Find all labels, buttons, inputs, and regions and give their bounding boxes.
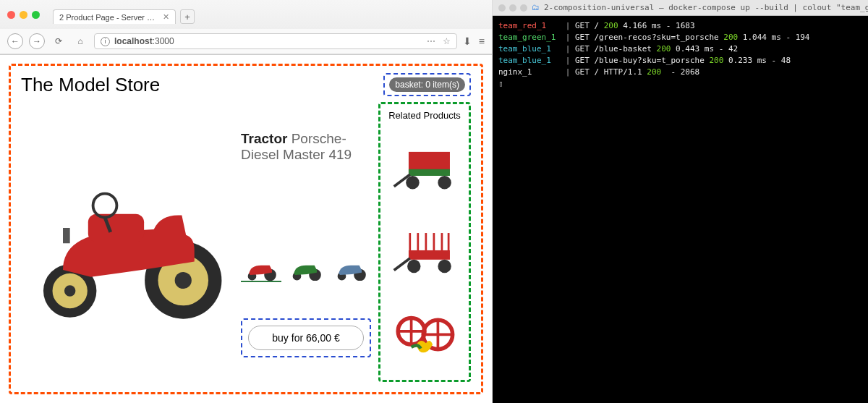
new-tab-button[interactable]: + — [180, 9, 195, 24]
maximize-window-button[interactable] — [32, 11, 40, 19]
browser-toolbar: ← → ⟳ ⌂ i localhost:3000 ⋯ ☆ ⬇ ≡ — [0, 29, 492, 54]
terminal-line: team_blue_1 | GET /blue-buy?sku=t_porsch… — [498, 55, 868, 67]
reco-item-1[interactable] — [390, 135, 459, 203]
terminal-line: team_blue_1 | GET /blue-basket 200 0.443… — [498, 43, 868, 55]
minimize-window-button[interactable] — [20, 11, 27, 19]
svg-point-28 — [407, 260, 420, 273]
terminal-window-controls[interactable] — [498, 4, 527, 12]
svg-rect-21 — [409, 250, 450, 260]
main-column: Tractor Porsche-Diesel Master 419 — [21, 102, 371, 382]
forward-button[interactable]: → — [29, 33, 45, 49]
more-icon[interactable]: ⋯ — [427, 36, 435, 46]
terminal-line: team_green_1 | GET /green-recos?sku=t_po… — [498, 32, 868, 43]
folder-icon: 🗂 — [532, 3, 540, 12]
buy-button[interactable]: buy for 66,00 € — [248, 326, 364, 350]
product-title: Tractor Porsche-Diesel Master 419 — [241, 131, 371, 163]
svg-line-30 — [394, 258, 410, 271]
svg-rect-9 — [63, 228, 70, 243]
svg-point-29 — [438, 260, 451, 273]
svg-point-19 — [438, 176, 451, 189]
close-tab-icon[interactable]: ✕ — [163, 12, 169, 22]
reload-button[interactable]: ⟳ — [51, 33, 67, 49]
variant-blue[interactable] — [331, 250, 371, 282]
terminal-line: nginx_1 | GET / HTTP/1.1 200 - 2068 — [498, 67, 868, 78]
related-title: Related Products — [388, 110, 461, 121]
svg-point-5 — [175, 272, 192, 289]
terminal-cursor: ▯ — [498, 78, 868, 90]
variant-thumbnails — [241, 250, 371, 282]
team-blue-basket-region: basket: 0 item(s) — [383, 73, 471, 96]
browser-tab[interactable]: 2 Product Page - Server Side R… ✕ — [53, 9, 176, 24]
window-controls: 2 Product Page - Server Side R… ✕ + — [0, 0, 492, 29]
variant-green[interactable] — [286, 250, 326, 282]
svg-rect-6 — [88, 214, 144, 242]
svg-point-18 — [406, 176, 419, 189]
product-info: Tractor Porsche-Diesel Master 419 — [241, 102, 371, 382]
site-info-icon[interactable]: i — [101, 37, 110, 46]
team-blue-buy-region: buy for 66,00 € — [241, 318, 371, 357]
terminal-window: 🗂 2-composition-universal — docker-compo… — [493, 0, 868, 403]
home-button[interactable]: ⌂ — [72, 33, 88, 49]
download-icon[interactable]: ⬇ — [463, 35, 472, 47]
product-hero-image — [21, 102, 231, 382]
url-bar[interactable]: i localhost:3000 ⋯ ☆ — [94, 33, 457, 49]
reco-item-3[interactable] — [390, 300, 459, 368]
page-content: The Model Store basket: 0 item(s) — [0, 55, 492, 403]
browser-chrome: 2 Product Page - Server Side R… ✕ + ← → … — [0, 0, 492, 55]
tractor-red-image — [21, 165, 231, 319]
terminal-line: team_red_1 | GET / 200 4.166 ms - 1683 — [498, 20, 868, 32]
terminal-titlebar: 🗂 2-composition-universal — docker-compo… — [493, 0, 868, 16]
url-host: localhost:3000 — [114, 36, 174, 46]
store-title: The Model Store — [21, 74, 160, 96]
team-green-region: Related Products — [378, 102, 471, 382]
back-button[interactable]: ← — [7, 33, 23, 49]
terminal-title: 2-composition-universal — docker-compose… — [544, 3, 868, 12]
menu-icon[interactable]: ≡ — [479, 35, 485, 47]
svg-rect-17 — [409, 169, 450, 176]
tab-title: 2 Product Page - Server Side R… — [59, 13, 158, 22]
browser-window: 2 Product Page - Server Side R… ✕ + ← → … — [0, 0, 493, 403]
star-icon[interactable]: ☆ — [443, 36, 451, 46]
terminal-output[interactable]: team_red_1 | GET / 200 4.166 ms - 1683te… — [493, 16, 868, 94]
svg-point-2 — [64, 285, 75, 296]
variant-red[interactable] — [241, 250, 281, 282]
reco-item-2[interactable] — [390, 218, 459, 286]
close-window-button[interactable] — [7, 11, 15, 19]
team-red-region: The Model Store basket: 0 item(s) — [9, 64, 483, 394]
svg-point-7 — [93, 194, 117, 218]
basket-button[interactable]: basket: 0 item(s) — [389, 77, 465, 92]
